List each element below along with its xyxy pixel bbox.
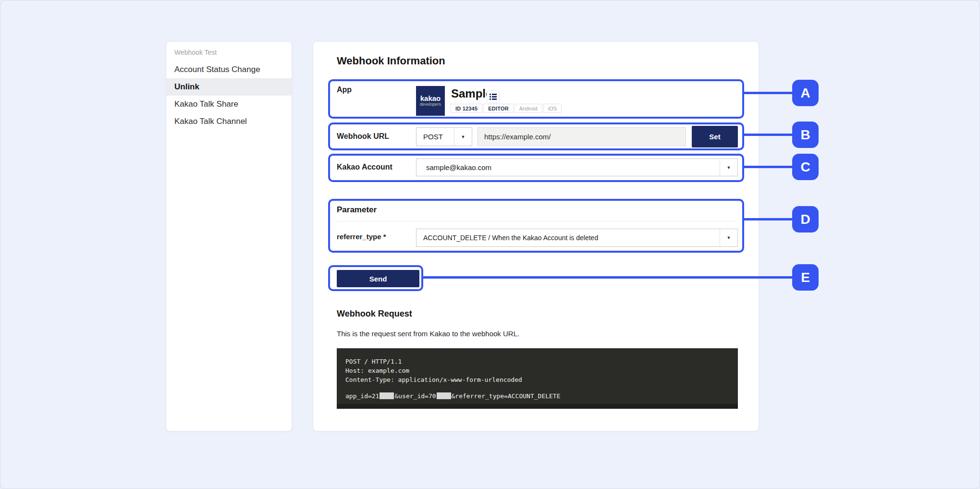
send-button[interactable]: Send [337, 270, 419, 287]
http-method-select[interactable]: POST ▼ [416, 127, 472, 146]
app-badges: ID 12345 EDITOR Android iOS [451, 104, 562, 113]
referrer-type-select[interactable]: ACCOUNT_DELETE / When the Kakao Account … [416, 229, 738, 247]
kakao-account-label: Kakao Account [337, 163, 392, 171]
parameter-title: Parameter [337, 205, 377, 215]
webhook-request-code-block: POST / HTTP/1.1 Host: example.com Conten… [337, 348, 738, 409]
kakao-account-caret: ▼ [720, 159, 737, 176]
code-body-user-id: &user_id=70 [394, 392, 436, 400]
referrer-type-value: ACCOUNT_DELETE / When the Kakao Account … [416, 234, 598, 242]
list-icon [490, 94, 497, 100]
kakao-developers-logo: kakao developers [416, 86, 445, 116]
badge-app-id: ID 12345 [451, 104, 482, 113]
redaction-block [380, 392, 394, 399]
annotation-label-b: B [792, 122, 819, 148]
sidebar-item-account-status-change[interactable]: Account Status Change [166, 61, 292, 78]
connector-e [423, 276, 792, 279]
screenshot-canvas: Webhook Test Account Status Change Unlin… [0, 0, 980, 489]
code-line-1: POST / HTTP/1.1 [345, 357, 738, 366]
set-button[interactable]: Set [692, 126, 738, 147]
sidebar-section-title: Webhook Test [174, 49, 217, 56]
connector-a [744, 92, 792, 94]
connector-c [744, 166, 792, 168]
kakao-account-select[interactable]: sample@kakao.com ▼ [416, 159, 738, 176]
sidebar-item-kakao-talk-channel[interactable]: Kakao Talk Channel [166, 113, 292, 130]
annotation-label-a: A [792, 80, 819, 106]
logo-text-kakao: kakao [420, 95, 441, 102]
app-name: Sample [451, 87, 492, 100]
page-title: Webhook Information [337, 55, 445, 67]
http-method-caret: ▼ [454, 128, 472, 146]
code-body-referrer-type: &referrer_type=ACCOUNT_DELETE [452, 392, 561, 400]
kakao-account-value: sample@kakao.com [416, 163, 491, 171]
badge-role: EDITOR [483, 104, 514, 113]
sidebar: Webhook Test Account Status Change Unlin… [166, 42, 292, 431]
code-body-line: app_id=21&user_id=70&referrer_type=ACCOU… [345, 391, 738, 401]
app-list-button[interactable] [487, 90, 500, 103]
connector-d [744, 218, 792, 220]
logo-text-developers: developers [420, 102, 441, 107]
app-label: App [337, 86, 352, 94]
referrer-type-caret: ▼ [720, 229, 737, 246]
badge-platform-ios: iOS [543, 104, 562, 113]
badge-platform-android: Android [514, 104, 542, 113]
code-line-2: Host: example.com [345, 366, 738, 375]
chevron-down-icon: ▼ [727, 235, 731, 240]
code-blank-line [345, 384, 738, 391]
chevron-down-icon: ▼ [727, 165, 731, 170]
annotation-label-e: E [792, 264, 819, 291]
horizontal-scrollbar[interactable] [337, 404, 738, 409]
webhook-url-label: Webhook URL [337, 132, 389, 141]
webhook-request-title: Webhook Request [337, 309, 412, 319]
annotation-label-d: D [792, 206, 819, 232]
chevron-down-icon: ▼ [461, 134, 466, 139]
connector-b [744, 134, 792, 136]
sidebar-item-unlink[interactable]: Unlink [166, 78, 292, 96]
http-method-value: POST [416, 133, 443, 141]
code-line-3: Content-Type: application/x-www-form-url… [345, 375, 738, 384]
webhook-url-input[interactable] [478, 127, 686, 146]
code-body-app-id: app_id=21 [345, 392, 379, 400]
redaction-block [437, 392, 451, 399]
referrer-type-label: referrer_type * [337, 232, 386, 241]
annotation-label-c: C [792, 154, 819, 180]
webhook-request-description: This is the request sent from Kakao to t… [337, 330, 519, 338]
sidebar-item-kakao-talk-share[interactable]: Kakao Talk Share [166, 96, 292, 113]
parameter-divider [337, 221, 736, 221]
